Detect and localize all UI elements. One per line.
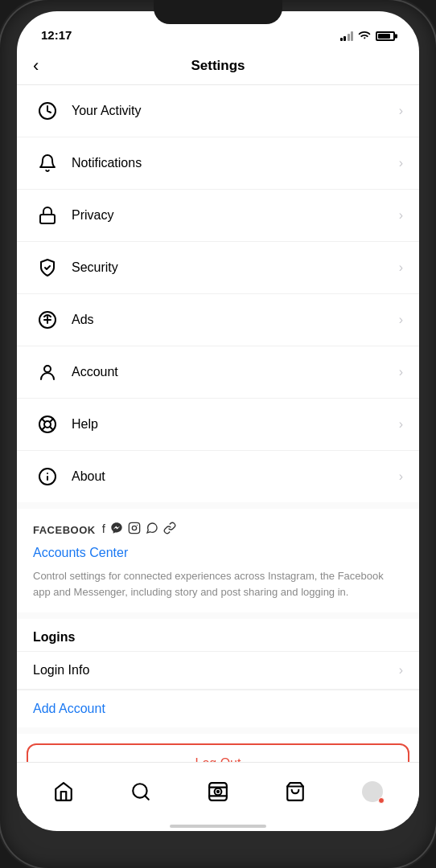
battery-icon xyxy=(376,31,395,41)
signal-icon xyxy=(340,31,354,41)
shield-icon xyxy=(33,253,62,282)
ads-label: Ads xyxy=(72,313,399,327)
page-title: Settings xyxy=(191,58,245,74)
logins-section: Logins Login Info › Add Account xyxy=(17,619,419,727)
nav-search[interactable] xyxy=(121,775,161,809)
svg-point-5 xyxy=(44,366,51,372)
instagram-icon xyxy=(128,522,141,538)
chevron-icon: › xyxy=(399,365,403,379)
logout-section: Log Out xyxy=(17,734,419,762)
svg-point-17 xyxy=(137,525,138,526)
bell-icon xyxy=(33,149,62,178)
phone-frame: 12:17 ‹ Settings xyxy=(0,0,436,868)
svg-rect-1 xyxy=(40,215,55,223)
settings-item-security[interactable]: Security › xyxy=(17,242,419,294)
ads-icon xyxy=(33,305,62,334)
help-label: Help xyxy=(72,417,399,432)
settings-item-login-info[interactable]: Login Info › xyxy=(17,652,419,690)
home-indicator xyxy=(170,825,266,828)
svg-point-16 xyxy=(132,526,136,530)
security-label: Security xyxy=(72,260,399,275)
account-icon xyxy=(33,358,62,387)
nav-profile[interactable] xyxy=(352,775,393,809)
settings-item-about[interactable]: About › xyxy=(17,451,419,502)
chevron-icon: › xyxy=(399,104,403,118)
info-icon xyxy=(33,462,62,491)
screen: 12:17 ‹ Settings xyxy=(17,11,419,831)
facebook-description: Control settings for connected experienc… xyxy=(33,568,403,600)
svg-line-10 xyxy=(50,419,53,422)
facebook-header: FACEBOOK f xyxy=(33,522,403,538)
settings-list: Your Activity › Notifications › xyxy=(17,85,419,502)
logins-header: Logins xyxy=(17,619,419,652)
settings-item-help[interactable]: Help › xyxy=(17,399,419,451)
accounts-center-link[interactable]: Accounts Center xyxy=(33,546,403,560)
profile-avatar xyxy=(362,781,383,802)
svg-point-22 xyxy=(217,790,219,792)
settings-content: Your Activity › Notifications › xyxy=(17,85,419,762)
chevron-icon: › xyxy=(399,663,403,678)
link-icon xyxy=(163,522,176,538)
lock-icon xyxy=(33,201,62,230)
activity-icon xyxy=(33,96,62,125)
about-label: About xyxy=(72,469,399,484)
nav-reels[interactable] xyxy=(198,775,238,809)
svg-line-8 xyxy=(42,419,45,422)
svg-line-11 xyxy=(42,427,45,430)
notch xyxy=(154,0,282,24)
notifications-label: Notifications xyxy=(72,156,399,170)
facebook-section: FACEBOOK f xyxy=(17,509,419,612)
facebook-social-icons: f xyxy=(102,522,176,538)
login-info-label: Login Info xyxy=(33,663,399,678)
bottom-nav xyxy=(17,762,419,820)
svg-line-19 xyxy=(145,796,149,800)
nav-home[interactable] xyxy=(43,775,84,809)
settings-item-ads[interactable]: Ads › xyxy=(17,294,419,346)
settings-item-your-activity[interactable]: Your Activity › xyxy=(17,85,419,137)
account-label: Account xyxy=(72,365,399,379)
svg-line-9 xyxy=(50,427,53,430)
chevron-icon: › xyxy=(399,156,403,170)
back-button[interactable]: ‹ xyxy=(33,55,39,76)
wifi-icon xyxy=(358,30,371,42)
svg-rect-15 xyxy=(129,522,139,533)
whatsapp-icon xyxy=(146,522,158,538)
settings-item-privacy[interactable]: Privacy › xyxy=(17,190,419,242)
nav-bar: ‹ Settings xyxy=(17,47,419,85)
logout-button[interactable]: Log Out xyxy=(27,743,409,762)
privacy-label: Privacy xyxy=(72,208,399,223)
profile-notification-dot xyxy=(378,797,385,804)
facebook-label: FACEBOOK xyxy=(33,524,96,536)
messenger-icon xyxy=(110,522,123,538)
status-time: 12:17 xyxy=(41,28,72,42)
chevron-icon: › xyxy=(399,208,403,223)
help-icon xyxy=(33,410,62,439)
settings-item-notifications[interactable]: Notifications › xyxy=(17,137,419,190)
facebook-icon: f xyxy=(102,522,105,538)
chevron-icon: › xyxy=(399,417,403,432)
status-icons xyxy=(340,30,396,42)
add-account-button[interactable]: Add Account xyxy=(17,690,419,727)
your-activity-label: Your Activity xyxy=(72,104,399,118)
chevron-icon: › xyxy=(399,313,403,327)
settings-item-account[interactable]: Account › xyxy=(17,346,419,399)
chevron-icon: › xyxy=(399,260,403,275)
chevron-icon: › xyxy=(399,469,403,484)
nav-shop[interactable] xyxy=(275,775,315,809)
